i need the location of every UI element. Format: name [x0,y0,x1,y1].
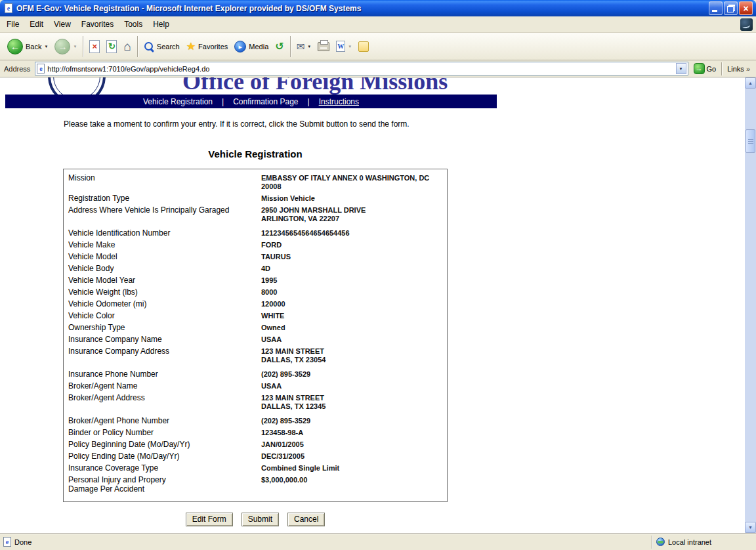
cancel-button[interactable]: Cancel [287,513,325,526]
ie-document-icon: e [5,3,12,13]
links-button[interactable]: Links » [721,62,754,75]
discuss-note-icon [358,41,369,52]
favorites-button[interactable]: ★ Favorites [183,35,232,58]
form-title: Vehicle Registration [63,148,448,159]
field-label: Vehicle Model Year [68,276,261,285]
mail-dropdown-icon[interactable]: ▼ [307,45,311,49]
field-label: Registration Type [68,194,261,203]
field-value: (202) 895-3529 [261,416,443,425]
confirmation-message: Please take a moment to confirm your ent… [64,119,410,129]
field-label: Personal Injury and ProperyDamage Per Ac… [68,475,261,494]
media-button[interactable]: ▶ Media [231,35,272,58]
field-row: Vehicle ModelTAURUS [68,252,443,261]
title-bar[interactable]: e OFM E-Gov: Vehicle Registration - Micr… [0,0,756,16]
status-left-panel: e Done [0,537,652,547]
back-icon: ← [7,39,23,54]
menu-edit[interactable]: Edit [24,18,49,31]
vertical-scrollbar[interactable]: ▲ ▼ [745,77,756,533]
field-label: Policy Ending Date (Mo/Day/Yr) [68,452,261,461]
field-label: Address Where Vehicle Is Principally Gar… [68,205,261,223]
menu-favorites[interactable]: Favorites [76,18,119,31]
toolbar-separator [290,36,291,57]
field-label: Vehicle Odometer (mi) [68,299,261,308]
field-value: 8000 [261,287,443,297]
restore-button[interactable] [724,1,738,15]
field-value: USAA [261,381,443,391]
form-actions: Edit Form Submit Cancel [63,513,448,526]
field-row: Personal Injury and ProperyDamage Per Ac… [68,475,443,494]
browser-window: e OFM E-Gov: Vehicle Registration - Micr… [0,0,756,550]
field-label: Binder or Policy Number [68,428,261,437]
field-row: Vehicle Odometer (mi)120000 [68,299,443,308]
nav-confirmation-page[interactable]: Confirmation Page [233,97,298,106]
discuss-button[interactable] [355,35,372,58]
field-value: 123458-98-A [261,428,443,437]
field-row: Policy Ending Date (Mo/Day/Yr)DEC/31/200… [68,452,443,461]
nav-separator: | [222,97,224,106]
field-value: 1212345654564654654456 [261,228,443,238]
edit-form-button[interactable]: Edit Form [186,513,233,526]
refresh-button[interactable]: ↻ [103,35,120,58]
nav-vehicle-registration[interactable]: Vehicle Registration [143,97,213,106]
close-button[interactable]: × [739,1,753,15]
address-dropdown-button[interactable]: ▼ [676,63,686,74]
menu-help[interactable]: Help [148,18,175,31]
field-row: Registration TypeMission Vehicle [68,194,443,203]
favorites-label: Favorites [198,43,228,51]
stop-x-glyph: × [93,42,98,51]
forward-icon: → [54,39,70,54]
field-value: WHITE [261,311,443,320]
site-nav: Vehicle Registration | Confirmation Page… [5,95,497,108]
go-button[interactable]: → Go [691,63,719,74]
minimize-button[interactable] [709,1,723,15]
field-row: Vehicle ColorWHITE [68,311,443,320]
field-label: Mission [68,173,261,191]
confirmation-table: MissionEMBASSY OF ITALY ANNEX 0 WASHINGT… [63,169,448,502]
field-row: Vehicle Weight (lbs)8000 [68,287,443,297]
address-bar: Address e http://ofmsntsorw1:7010/eGov/a… [0,60,756,77]
window-title: OFM E-Gov: Vehicle Registration - Micros… [16,4,705,13]
menu-bar-items: FileEditViewFavoritesToolsHelp [1,18,740,31]
menu-view[interactable]: View [49,18,76,31]
history-button[interactable]: ↺ [272,35,287,58]
scroll-down-button[interactable]: ▼ [745,522,756,533]
home-button[interactable]: ⌂ [120,35,134,58]
edit-with-word-button[interactable]: W ▼ [333,35,355,58]
field-value: DEC/31/2005 [261,452,443,461]
field-label: Vehicle Make [68,240,261,249]
toolbar-separator [137,36,138,57]
site-title: Office of Foreign Missions [182,77,448,95]
back-dropdown-icon[interactable]: ▼ [44,45,48,49]
scrollbar-thumb[interactable] [746,129,755,153]
field-row: Insurance Company NameUSAA [68,335,443,344]
submit-button[interactable]: Submit [242,513,279,526]
ie-brand-icon [740,18,753,31]
field-label: Insurance Company Name [68,335,261,344]
nav-instructions[interactable]: Instructions [319,97,359,106]
media-icon: ▶ [234,41,246,53]
field-row: Insurance Coverage TypeCombined Single L… [68,463,443,473]
mail-button[interactable]: ✉ ▼ [293,35,315,58]
field-label: Ownership Type [68,323,261,332]
field-value: 1995 [261,276,443,285]
app-icon: e [3,3,14,14]
forward-button[interactable]: → ▼ [51,35,80,58]
menu-tools[interactable]: Tools [119,18,148,31]
address-input[interactable]: e http://ofmsntsorw1:7010/eGov/app/vehic… [35,62,688,75]
print-icon [318,42,329,51]
minimize-icon [712,10,717,12]
security-zone-panel: Local intranet [652,536,753,549]
field-label: Vehicle Body [68,264,261,273]
menu-file[interactable]: File [1,18,24,31]
back-button[interactable]: ← Back ▼ [4,35,51,58]
stop-button[interactable]: × [86,35,103,58]
search-button[interactable]: Search [140,35,183,58]
field-row: Ownership TypeOwned [68,323,443,332]
scroll-up-button[interactable]: ▲ [745,77,756,89]
field-value: Combined Single Limit [261,463,443,473]
status-text: Done [14,538,32,546]
print-button[interactable] [314,35,333,58]
restore-icon [727,5,735,12]
links-chevron-icon: » [746,65,750,73]
refresh-glyph: ↻ [108,42,116,51]
